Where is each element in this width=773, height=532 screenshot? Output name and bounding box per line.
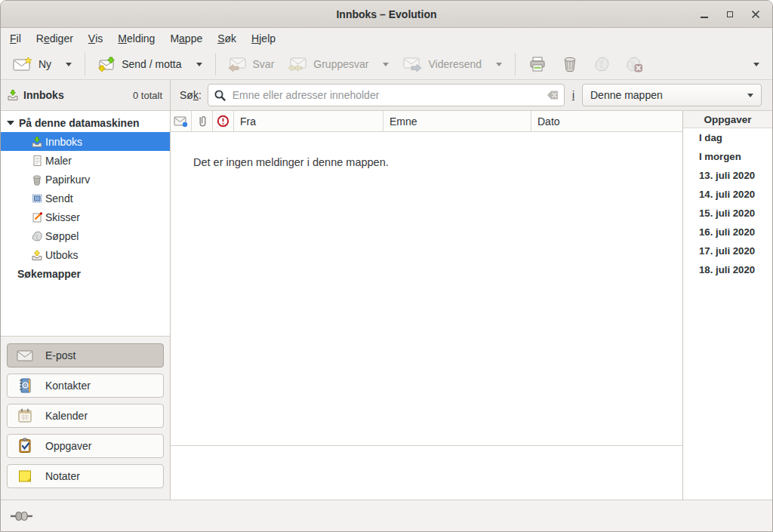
folder-label: Sendt xyxy=(45,192,73,204)
chevron-down-icon xyxy=(196,63,202,66)
task-list-item[interactable]: 13. juli 2020 xyxy=(683,166,772,185)
sent-icon xyxy=(31,192,43,204)
menu-label: elding xyxy=(127,32,155,45)
menu-melding[interactable]: Melding xyxy=(110,28,162,49)
toolbar-overflow-button[interactable] xyxy=(747,52,766,76)
folder-label: Skisser xyxy=(45,211,80,223)
message-status-icon xyxy=(174,115,188,128)
reply-button: Svar xyxy=(222,52,281,76)
mail-icon xyxy=(17,349,33,362)
menu-rediger[interactable]: Rediger xyxy=(29,28,81,49)
maximize-button[interactable] xyxy=(722,7,738,22)
group-reply-dropdown xyxy=(376,52,396,76)
message-list-pane: Fra Emne Dato Det er ingen meldinger i d… xyxy=(171,111,682,500)
menu-mappe[interactable]: Mappe xyxy=(162,28,210,49)
search-label: Søk: xyxy=(180,89,202,101)
tasks-icon xyxy=(17,438,33,454)
window-controls xyxy=(697,7,772,22)
new-message-button[interactable]: Ny xyxy=(7,52,57,76)
current-folder-bar: Innboks 0 totalt xyxy=(1,80,171,110)
folder-label: Innboks xyxy=(45,136,82,148)
task-list-item[interactable]: 15. juli 2020 xyxy=(683,204,772,223)
junk-icon xyxy=(31,230,43,242)
print-icon xyxy=(528,56,547,72)
junk-icon xyxy=(593,56,610,72)
reply-icon xyxy=(228,57,247,72)
send-receive-button[interactable]: Send / motta xyxy=(91,52,187,76)
search-icon xyxy=(214,89,226,102)
folder-label: Papirkurv xyxy=(45,174,90,186)
tasks-pane-header[interactable]: Oppgaver xyxy=(683,111,772,128)
trash-icon xyxy=(31,174,43,186)
column-status[interactable] xyxy=(171,111,192,131)
main-body: På denne datamaskinen Innboks Maler xyxy=(1,111,772,500)
close-button[interactable] xyxy=(748,7,763,22)
delete-button[interactable] xyxy=(555,52,585,76)
column-date[interactable]: Dato xyxy=(531,111,682,131)
minimize-icon xyxy=(701,17,708,18)
folder-item-innboks[interactable]: Innboks xyxy=(1,132,170,151)
switcher-memos-button[interactable]: Notater xyxy=(7,464,164,488)
folder-item-utboks[interactable]: Utboks xyxy=(1,245,170,264)
menu-vis[interactable]: Vis xyxy=(81,28,110,49)
folder-item-papirkurv[interactable]: Papirkurv xyxy=(1,170,170,189)
tasks-pane: Oppgaver I dag I morgen 13. juli 2020 14… xyxy=(682,111,772,500)
print-button[interactable] xyxy=(522,52,553,76)
not-junk-button xyxy=(618,52,650,76)
clear-search-icon[interactable] xyxy=(547,89,559,101)
column-priority[interactable] xyxy=(213,111,234,131)
task-list-item[interactable]: 14. juli 2020 xyxy=(683,185,772,204)
switcher-label: Kontakter xyxy=(45,380,91,392)
task-list-item[interactable]: 18. juli 2020 xyxy=(683,260,772,279)
preview-pane xyxy=(171,445,682,500)
menu-hjelp[interactable]: Hjelp xyxy=(244,28,283,49)
search-area: Søk: i Denne mappen xyxy=(171,80,772,110)
search-input[interactable] xyxy=(208,84,565,106)
inbox-icon xyxy=(7,89,19,101)
menu-fil[interactable]: Fil xyxy=(2,28,29,49)
group-reply-label: Gruppesvar xyxy=(313,58,368,70)
trash-icon xyxy=(562,56,578,72)
task-list-item[interactable]: I dag xyxy=(683,128,772,147)
switcher-label: Notater xyxy=(45,470,80,482)
folder-item-skisser[interactable]: Skisser xyxy=(1,208,170,226)
message-list[interactable]: Det er ingen meldinger i denne mappen. xyxy=(171,132,682,445)
column-from[interactable]: Fra xyxy=(234,111,383,131)
paperclip-icon xyxy=(196,115,208,128)
expander-triangle-icon[interactable] xyxy=(7,121,14,125)
menu-label: diger xyxy=(50,32,73,45)
folder-group-on-this-computer[interactable]: På denne datamaskinen xyxy=(1,113,170,132)
folder-item-maler[interactable]: Maler xyxy=(1,151,170,170)
switcher-contacts-button[interactable]: Kontakter xyxy=(7,374,164,398)
menu-label: il xyxy=(17,32,21,45)
folder-item-sendt[interactable]: Sendt xyxy=(1,189,170,208)
switcher-mail-button[interactable]: E-post xyxy=(7,343,164,367)
current-folder-name: Innboks xyxy=(23,89,64,101)
memos-icon xyxy=(17,468,33,484)
task-list-item[interactable]: 16. juli 2020 xyxy=(683,223,772,241)
menu-label: F xyxy=(10,32,17,45)
switcher-calendar-button[interactable]: Kalender xyxy=(7,404,164,428)
new-message-label: Ny xyxy=(38,58,51,70)
new-message-dropdown[interactable] xyxy=(59,52,79,76)
evolution-window: Innboks – Evolution Fil Rediger Vis Meld… xyxy=(0,0,773,532)
menu-label: jelp xyxy=(259,32,276,45)
search-label-part: : xyxy=(199,89,202,101)
menu-sok[interactable]: Søk xyxy=(210,28,244,49)
search-scope-dropdown[interactable]: Denne mappen xyxy=(582,84,762,106)
column-attachment[interactable] xyxy=(192,111,213,131)
folder-group-search-folders[interactable]: Søkemapper xyxy=(1,264,170,283)
switcher-tasks-button[interactable]: Oppgaver xyxy=(7,434,164,458)
minimize-button[interactable] xyxy=(697,7,712,22)
menu-label: M xyxy=(118,32,127,45)
send-receive-dropdown[interactable] xyxy=(189,52,209,76)
folder-item-soppel[interactable]: Søppel xyxy=(1,226,170,245)
folder-tree: På denne datamaskinen Innboks Maler xyxy=(1,111,170,336)
sidebar: På denne datamaskinen Innboks Maler xyxy=(1,111,171,500)
column-date-label: Dato xyxy=(537,115,560,128)
task-list-item[interactable]: 17. juli 2020 xyxy=(683,241,772,260)
toolbar: Ny Send / motta Svar xyxy=(1,49,772,80)
online-status-plug-icon xyxy=(10,510,37,522)
column-subject[interactable]: Emne xyxy=(383,111,531,131)
task-list-item[interactable]: I morgen xyxy=(683,147,772,166)
